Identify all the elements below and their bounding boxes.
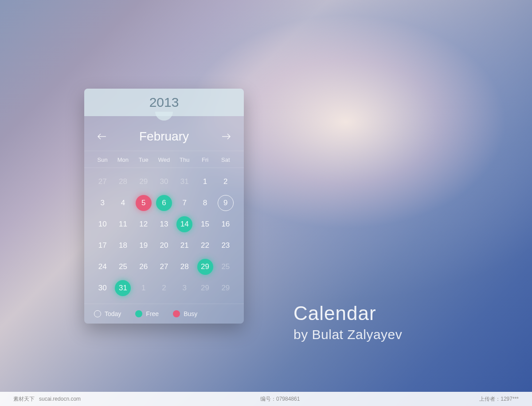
- day-number: 10: [98, 220, 107, 229]
- day-number: 3: [100, 199, 104, 207]
- day-cell[interactable]: 13: [154, 214, 174, 234]
- month-navigation: February: [84, 120, 244, 151]
- free-dot-icon: [135, 310, 142, 317]
- days-grid: 2728293031123456789101112131415161718192…: [84, 168, 244, 304]
- day-cell[interactable]: 17: [92, 235, 113, 256]
- day-cell[interactable]: 5: [133, 193, 154, 213]
- day-number: 18: [119, 241, 127, 250]
- day-cell[interactable]: 9: [215, 193, 236, 213]
- day-number: 25: [119, 262, 127, 271]
- day-cell[interactable]: 20: [154, 235, 174, 256]
- day-cell[interactable]: 1: [133, 278, 154, 298]
- day-number: 9: [223, 199, 227, 207]
- day-number: 5: [141, 199, 145, 207]
- weekday-row: SunMonTueWedThuFriSat: [84, 151, 244, 168]
- year-header[interactable]: 2013: [84, 89, 244, 116]
- day-number: 6: [162, 199, 166, 207]
- day-number: 14: [180, 220, 189, 229]
- page-title: Calendar: [293, 302, 402, 324]
- day-cell[interactable]: 2: [154, 278, 174, 298]
- day-cell[interactable]: 28: [113, 172, 133, 192]
- legend-busy: Busy: [173, 310, 197, 317]
- day-cell[interactable]: 29: [195, 278, 215, 298]
- day-number: 29: [221, 284, 230, 293]
- day-number: 27: [98, 177, 107, 186]
- day-number: 22: [201, 241, 209, 250]
- day-number: 7: [183, 199, 187, 207]
- day-number: 20: [160, 241, 168, 250]
- calendar-widget: 2013 February SunMonTueWedThuFriSat 2728…: [84, 89, 244, 324]
- day-number: 23: [221, 241, 230, 250]
- day-cell[interactable]: 1: [195, 172, 215, 192]
- day-cell[interactable]: 11: [113, 214, 133, 234]
- day-cell[interactable]: 27: [154, 257, 174, 277]
- day-cell[interactable]: 27: [92, 172, 113, 192]
- day-cell[interactable]: 3: [92, 193, 113, 213]
- day-cell[interactable]: 10: [92, 214, 113, 234]
- day-cell[interactable]: 29: [133, 172, 154, 192]
- day-number: 30: [160, 177, 168, 186]
- day-number: 31: [119, 284, 127, 293]
- day-number: 27: [160, 262, 168, 271]
- weekday-label: Tue: [133, 156, 154, 163]
- day-cell[interactable]: 31: [113, 278, 133, 298]
- footer-site-name: 素材天下: [13, 396, 35, 402]
- day-cell[interactable]: 4: [113, 193, 133, 213]
- footer-id-label: 编号：: [260, 396, 276, 402]
- day-cell[interactable]: 8: [195, 193, 215, 213]
- author-line: by Bulat Zalyayev: [293, 327, 402, 342]
- day-cell[interactable]: 25: [215, 257, 236, 277]
- day-number: 11: [119, 220, 127, 229]
- day-cell[interactable]: 18: [113, 235, 133, 256]
- day-cell[interactable]: 30: [154, 172, 174, 192]
- next-month-button[interactable]: [221, 131, 231, 142]
- day-number: 8: [203, 199, 207, 207]
- day-cell[interactable]: 6: [154, 193, 174, 213]
- title-block: Calendar by Bulat Zalyayev: [293, 302, 402, 342]
- day-cell[interactable]: 3: [174, 278, 195, 298]
- weekday-label: Thu: [174, 156, 195, 163]
- footer-uploader-value: 1297***: [501, 396, 519, 402]
- day-number: 13: [160, 220, 168, 229]
- day-cell[interactable]: 23: [215, 235, 236, 256]
- day-number: 21: [180, 241, 189, 250]
- day-number: 31: [180, 177, 189, 186]
- weekday-label: Sun: [92, 156, 113, 163]
- legend-today: Today: [94, 310, 121, 317]
- day-number: 25: [221, 262, 230, 271]
- day-number: 24: [98, 262, 107, 271]
- day-number: 30: [98, 284, 107, 293]
- footer-id-value: 07984861: [276, 396, 300, 402]
- busy-dot-icon: [173, 310, 180, 317]
- weekday-label: Sat: [215, 156, 236, 163]
- day-cell[interactable]: 29: [195, 257, 215, 277]
- day-cell[interactable]: 30: [92, 278, 113, 298]
- day-number: 17: [98, 241, 107, 250]
- day-cell[interactable]: 22: [195, 235, 215, 256]
- day-cell[interactable]: 12: [133, 214, 154, 234]
- day-cell[interactable]: 7: [174, 193, 195, 213]
- arrow-right-icon: [221, 133, 231, 140]
- day-cell[interactable]: 24: [92, 257, 113, 277]
- day-cell[interactable]: 2: [215, 172, 236, 192]
- day-cell[interactable]: 19: [133, 235, 154, 256]
- day-cell[interactable]: 26: [133, 257, 154, 277]
- day-cell[interactable]: 25: [113, 257, 133, 277]
- day-cell[interactable]: 21: [174, 235, 195, 256]
- footer-uploader-label: 上传者：: [479, 396, 501, 402]
- day-number: 1: [203, 177, 207, 186]
- weekday-label: Fri: [195, 156, 215, 163]
- day-cell[interactable]: 16: [215, 214, 236, 234]
- prev-month-button[interactable]: [97, 131, 107, 142]
- day-cell[interactable]: 28: [174, 257, 195, 277]
- footer-site-url: sucai.redocn.com: [39, 396, 81, 402]
- day-number: 3: [183, 284, 187, 293]
- day-cell[interactable]: 14: [174, 214, 195, 234]
- day-cell[interactable]: 31: [174, 172, 195, 192]
- footer-bar: 素材天下 sucai.redocn.com 编号：07984861 上传者：12…: [0, 392, 532, 406]
- day-number: 26: [139, 262, 148, 271]
- day-cell[interactable]: 29: [215, 278, 236, 298]
- month-label: February: [139, 129, 189, 144]
- day-number: 28: [119, 177, 127, 186]
- day-cell[interactable]: 15: [195, 214, 215, 234]
